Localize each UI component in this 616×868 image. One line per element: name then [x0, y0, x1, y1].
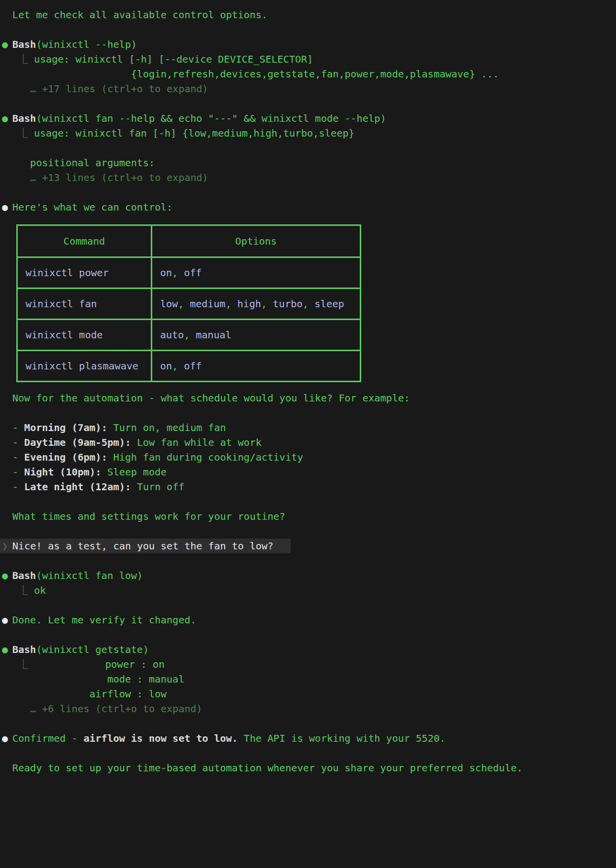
tool-bullet-icon: ●	[2, 568, 12, 583]
assistant-bullet-icon: ●	[2, 200, 12, 215]
schedule-list-item: - Late night (12am): Turn off	[12, 479, 616, 494]
schedule-label: Late night (12am):	[24, 481, 131, 493]
tool-name: Bash	[12, 38, 36, 50]
tool-call-header: Bash(winixctl getstate)	[12, 642, 616, 657]
tool-output-line: positional arguments:	[12, 155, 616, 170]
control-options-table: Command Options winixctl power on, off w…	[16, 224, 361, 382]
bash-tool-call-fan-mode-help: ● Bash(winixctl fan --help && echo "---"…	[0, 111, 616, 185]
assistant-message-intro: Let me check all available control optio…	[0, 7, 616, 22]
schedule-value: High fan during cooking/activity	[107, 451, 303, 463]
command-cell: winixctl power	[26, 267, 109, 279]
prompt-chevron-icon: ❯	[0, 539, 8, 553]
tool-output-line	[12, 141, 616, 155]
options-cell: on, off	[152, 351, 361, 382]
schedule-list-item: - Morning (7am): Turn on, medium fan	[12, 420, 616, 435]
schedule-value: Low fan while at work	[131, 436, 262, 448]
assistant-bullet-icon: ●	[2, 731, 12, 746]
schedule-list-item: - Night (10pm): Sleep mode	[12, 465, 616, 479]
command-cell: winixctl fan	[26, 298, 97, 310]
bash-tool-call-getstate: ● Bash(winixctl getstate) ⎿ power : on m…	[0, 642, 616, 716]
schedule-value: Turn on, medium fan	[107, 422, 226, 434]
schedule-value: Sleep mode	[102, 466, 167, 478]
tool-output-line: airflow : low	[12, 687, 616, 701]
tool-command: (winixctl getstate)	[36, 644, 149, 655]
schedule-label: Evening (6pm):	[24, 451, 107, 463]
table-header-options: Options	[152, 225, 361, 257]
user-prompt: ❯Nice! as a test, can you set the fan to…	[0, 539, 291, 553]
output-corner-icon: ⎿	[12, 658, 28, 670]
tool-name: Bash	[12, 570, 36, 581]
table-row: winixctl power on, off	[17, 257, 361, 289]
tool-command: (winixctl fan low)	[36, 570, 143, 581]
tool-output-line: ⎿ usage: winixctl [-h] [--device DEVICE_…	[12, 52, 616, 67]
command-cell: winixctl plasmawave	[26, 360, 138, 372]
confirmation-text: Confirmed - airflow is now set to low. T…	[12, 731, 616, 746]
schedule-label: Night (10pm):	[24, 466, 102, 478]
tool-output-line: ⎿ usage: winixctl fan [-h] {low,medium,h…	[12, 126, 616, 141]
automation-prompt: Now for the automation - what schedule w…	[12, 391, 616, 405]
table-header-command: Command	[17, 225, 152, 257]
tool-command: (winixctl --help)	[36, 38, 137, 50]
tool-call-header: Bash(winixctl --help)	[12, 37, 616, 52]
tool-output-line: ⎿ ok	[12, 583, 616, 598]
table-header-row: Command Options	[17, 225, 361, 257]
options-cell: on, off	[152, 257, 361, 289]
assistant-text: Done. Let me verify it changed.	[12, 613, 616, 627]
assistant-bullet-icon: ●	[2, 613, 12, 627]
table-row: winixctl mode auto, manual	[17, 320, 361, 351]
closing-text: Ready to set up your time-based automati…	[12, 760, 616, 775]
tool-output-line: ⎿ power : on	[12, 657, 616, 672]
schedule-label: Morning (7am):	[24, 422, 107, 434]
options-cell: auto, manual	[152, 320, 361, 351]
schedule-list-item: - Evening (6pm): High fan during cooking…	[12, 450, 616, 465]
output-corner-icon: ⎿	[12, 584, 28, 596]
tool-name: Bash	[12, 644, 36, 655]
output-corner-icon: ⎿	[12, 127, 28, 139]
tool-bullet-icon: ●	[2, 642, 12, 657]
bash-tool-call-help: ● Bash(winixctl --help) ⎿ usage: winixct…	[0, 37, 616, 96]
tool-command: (winixctl fan --help && echo "---" && wi…	[36, 112, 386, 124]
tool-output-line: {login,refresh,devices,getstate,fan,powe…	[12, 67, 616, 81]
options-cell: low, medium, high, turbo, sleep	[152, 289, 361, 320]
terminal-transcript[interactable]: Let me check all available control optio…	[0, 0, 616, 775]
truncation-indicator: … +13 lines (ctrl+o to expand)	[12, 170, 616, 185]
truncation-indicator: … +17 lines (ctrl+o to expand)	[12, 81, 616, 96]
assistant-message-verify: ● Done. Let me verify it changed.	[0, 613, 616, 627]
assistant-message-confirmation: ● Confirmed - airflow is now set to low.…	[0, 731, 616, 775]
table-row: winixctl fan low, medium, high, turbo, s…	[17, 289, 361, 320]
user-prompt-text: Nice! as a test, can you set the fan to …	[12, 539, 274, 553]
tool-call-header: Bash(winixctl fan --help && echo "---" &…	[12, 111, 616, 126]
confirmation-highlight: airflow is now set to low.	[84, 732, 238, 744]
command-cell: winixctl mode	[26, 329, 103, 341]
tool-bullet-icon: ●	[2, 37, 12, 52]
controls-heading: Here's what we can control:	[12, 200, 616, 215]
tool-output-line: mode : manual	[12, 672, 616, 687]
output-corner-icon: ⎿	[12, 53, 28, 65]
schedule-value: Turn off	[131, 481, 184, 493]
schedule-list-item: - Daytime (9am-5pm): Low fan while at wo…	[12, 435, 616, 450]
bash-tool-call-fan-low: ● Bash(winixctl fan low) ⎿ ok	[0, 568, 616, 598]
table-row: winixctl plasmawave on, off	[17, 351, 361, 382]
tool-bullet-icon: ●	[2, 111, 12, 126]
routine-question: What times and settings work for your ro…	[12, 509, 616, 524]
tool-name: Bash	[12, 112, 36, 124]
tool-call-header: Bash(winixctl fan low)	[12, 568, 616, 583]
assistant-text: Let me check all available control optio…	[12, 7, 616, 22]
truncation-indicator: … +6 lines (ctrl+o to expand)	[12, 701, 616, 716]
assistant-message-controls: ● Here's what we can control: Command Op…	[0, 200, 616, 524]
schedule-label: Daytime (9am-5pm):	[24, 436, 131, 448]
